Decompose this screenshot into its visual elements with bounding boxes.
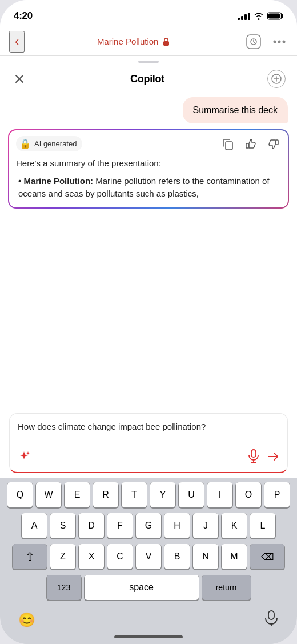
input-text[interactable]: How does climate change impact bee polli… (18, 421, 279, 443)
keyboard-row-4: 123 space return (2, 575, 295, 600)
svg-point-6 (273, 40, 276, 43)
status-icons (238, 12, 283, 20)
history-icon (246, 34, 262, 50)
ai-bullet-item: • Marine Pollution: Marine pollution ref… (16, 175, 281, 201)
input-box[interactable]: How does climate change impact bee polli… (9, 413, 288, 473)
thumbs-down-icon (267, 138, 280, 150)
document-title-text: Marine Pollution (97, 37, 159, 46)
key-return[interactable]: return (202, 575, 251, 600)
keyboard-mic-button[interactable] (264, 610, 279, 630)
mic-icon (247, 449, 260, 463)
svg-rect-16 (268, 611, 274, 619)
thumbs-up-button[interactable] (243, 137, 258, 151)
document-title: Marine Pollution (97, 37, 171, 46)
key-f[interactable]: F (107, 513, 133, 538)
key-numbers[interactable]: 123 (47, 575, 81, 600)
key-h[interactable]: H (164, 513, 190, 538)
history-button[interactable] (243, 31, 264, 52)
key-k[interactable]: K (222, 513, 247, 538)
keyboard-bottom-bar: 😊 (2, 606, 295, 635)
keyboard-row-1: Q W E R T Y U I O P (2, 482, 295, 507)
svg-rect-10 (226, 142, 232, 150)
svg-rect-1 (282, 14, 284, 18)
key-g[interactable]: G (136, 513, 161, 538)
ai-bullet-content: • Marine Pollution: Marine pollution ref… (18, 175, 281, 201)
emoji-button[interactable]: 😊 (18, 612, 35, 628)
signal-icon (238, 12, 250, 20)
home-indicator (2, 635, 295, 644)
svg-rect-3 (163, 41, 169, 46)
key-o[interactable]: O (236, 482, 261, 507)
status-bar: 4:20 (0, 0, 297, 27)
ai-card-text: Here's a summary of the presentation: • … (16, 157, 281, 201)
copilot-panel: Copilot Summarise this deck (0, 63, 297, 478)
svg-rect-12 (276, 140, 278, 145)
key-m[interactable]: M (222, 544, 247, 569)
ai-badge-text: AI generated (34, 139, 77, 148)
key-c[interactable]: C (107, 544, 133, 569)
key-w[interactable]: W (36, 482, 61, 507)
chat-area: Summarise this deck 🔒 AI generated (0, 93, 297, 413)
ai-response-card: 🔒 AI generated (9, 130, 288, 207)
key-v[interactable]: V (136, 544, 161, 569)
ai-card-actions (220, 137, 281, 151)
key-e[interactable]: E (65, 482, 90, 507)
back-button[interactable]: ‹ (9, 31, 25, 53)
ai-card-inner: 🔒 AI generated (9, 130, 288, 207)
key-x[interactable]: X (79, 544, 104, 569)
mic-button[interactable] (247, 449, 260, 466)
key-y[interactable]: Y (150, 482, 175, 507)
more-button[interactable] (271, 38, 288, 46)
sparkle-icon[interactable] (18, 450, 30, 466)
copy-icon (222, 138, 234, 150)
copilot-close-button[interactable] (11, 71, 27, 87)
key-z[interactable]: Z (50, 544, 75, 569)
key-s[interactable]: S (50, 513, 75, 538)
key-d[interactable]: D (79, 513, 104, 538)
svg-point-8 (282, 40, 285, 43)
new-chat-button[interactable] (267, 70, 286, 88)
key-t[interactable]: T (122, 482, 147, 507)
keyboard[interactable]: Q W E R T Y U I O P A S D F G H J K L ⇧ … (0, 478, 297, 644)
key-l[interactable]: L (250, 513, 275, 538)
key-space[interactable]: space (85, 575, 199, 600)
user-message-bubble: Summarise this deck (183, 97, 288, 123)
close-icon (14, 73, 25, 85)
user-message-text: Summarise this deck (193, 105, 278, 115)
key-i[interactable]: I (207, 482, 232, 507)
key-delete[interactable]: ⌫ (250, 544, 284, 569)
copilot-header: Copilot (0, 63, 297, 93)
lock-icon (162, 37, 171, 46)
key-n[interactable]: N (193, 544, 218, 569)
top-nav-actions (243, 31, 288, 52)
thumbs-up-icon (244, 138, 257, 150)
svg-rect-2 (268, 14, 280, 19)
ai-generated-badge: 🔒 AI generated (16, 136, 82, 151)
input-actions (18, 449, 279, 466)
send-button[interactable] (267, 450, 279, 466)
status-time: 4:20 (14, 10, 33, 22)
home-bar (114, 635, 183, 638)
keyboard-mic-icon (264, 610, 279, 626)
key-r[interactable]: R (93, 482, 118, 507)
key-q[interactable]: Q (7, 482, 33, 507)
top-nav: ‹ Marine Pollution (0, 27, 297, 56)
key-u[interactable]: U (179, 482, 204, 507)
key-p[interactable]: P (264, 482, 290, 507)
copy-button[interactable] (220, 137, 235, 151)
ai-badge-icon: 🔒 (19, 138, 31, 149)
svg-rect-13 (251, 450, 256, 457)
ai-card-header: 🔒 AI generated (16, 136, 281, 151)
keyboard-row-3: ⇧ Z X C V B N M ⌫ (2, 544, 295, 569)
svg-point-7 (278, 40, 280, 43)
key-shift[interactable]: ⇧ (13, 544, 47, 569)
send-icon (267, 450, 279, 463)
keyboard-row-2: A S D F G H J K L (2, 513, 295, 538)
thumbs-down-button[interactable] (266, 137, 281, 151)
key-b[interactable]: B (164, 544, 190, 569)
svg-rect-11 (246, 143, 248, 148)
copilot-title: Copilot (130, 73, 164, 85)
key-a[interactable]: A (22, 513, 47, 538)
key-j[interactable]: J (193, 513, 218, 538)
battery-icon (267, 12, 283, 20)
